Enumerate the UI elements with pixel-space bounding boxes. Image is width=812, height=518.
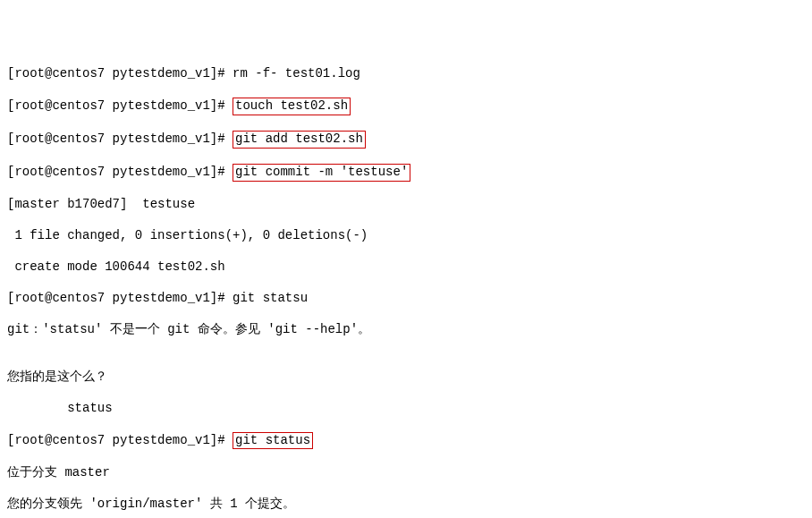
highlighted-command: touch test02.sh (233, 98, 351, 115)
terminal-line: [root@centos7 pytestdemo_v1]# git commit… (7, 164, 805, 182)
highlighted-command: git add test02.sh (233, 131, 366, 149)
terminal-output: [master b170ed7] testuse (7, 197, 805, 213)
prompt: [root@centos7 pytestdemo_v1]# (7, 66, 233, 81)
terminal-line: [root@centos7 pytestdemo_v1]# git status (7, 432, 805, 450)
terminal-line: [root@centos7 pytestdemo_v1]# git statsu (7, 291, 805, 307)
prompt: [root@centos7 pytestdemo_v1]# (7, 132, 233, 146)
terminal-line: [root@centos7 pytestdemo_v1]# git add te… (7, 131, 805, 149)
terminal-output: 您指的是这个么？ (7, 369, 805, 386)
terminal-output: create mode 100644 test02.sh (7, 259, 805, 276)
prompt: [root@centos7 pytestdemo_v1]# (7, 433, 233, 447)
prompt: [root@centos7 pytestdemo_v1]# (7, 291, 233, 305)
highlighted-command: git status (233, 432, 313, 450)
command: git statsu (233, 291, 308, 305)
terminal-output: git：'statsu' 不是一个 git 命令。参见 'git --help'… (7, 322, 805, 338)
terminal-output: status (7, 401, 805, 417)
terminal-output: 位于分支 master (7, 465, 805, 481)
terminal-line: [root@centos7 pytestdemo_v1]# touch test… (7, 98, 805, 115)
prompt: [root@centos7 pytestdemo_v1]# (7, 165, 233, 179)
command: rm -f- test01.log (233, 66, 360, 81)
prompt: [root@centos7 pytestdemo_v1]# (7, 98, 233, 113)
terminal-line: [root@centos7 pytestdemo_v1]# rm -f- tes… (7, 66, 805, 82)
highlighted-command: git commit -m 'testuse' (233, 164, 410, 182)
terminal-output: 您的分支领先 'origin/master' 共 1 个提交。 (7, 497, 805, 513)
terminal-output: 1 file changed, 0 insertions(+), 0 delet… (7, 228, 805, 244)
